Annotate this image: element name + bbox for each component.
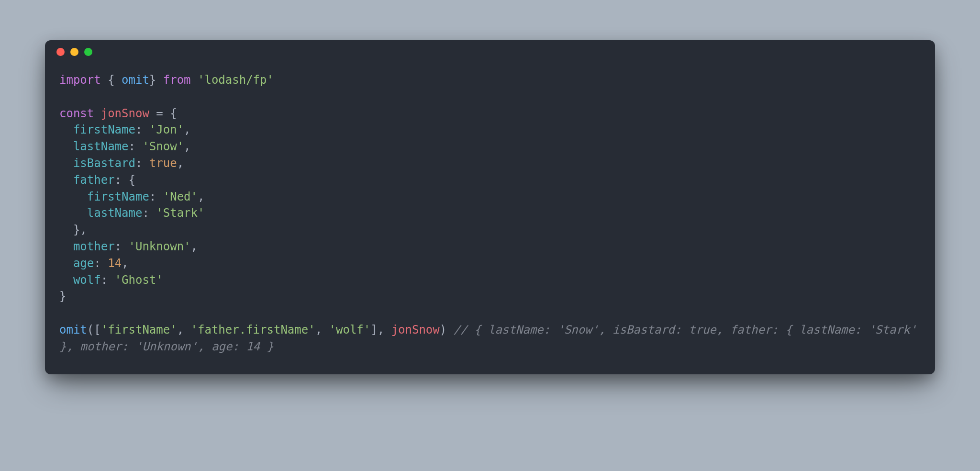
indent [59, 123, 73, 136]
keyword-import: import [59, 73, 101, 87]
close-icon[interactable] [56, 48, 65, 56]
number-14: 14 [108, 257, 122, 270]
code-block: import { omit} from 'lodash/fp' const jo… [45, 63, 935, 360]
prop-mother: mother [73, 240, 115, 253]
prop-isbastard: isBastard [73, 157, 135, 170]
indent [59, 173, 73, 187]
call-omit: omit [59, 323, 87, 336]
brace-close: } [59, 290, 66, 303]
prop-firstname: firstName [73, 123, 135, 136]
brace-close: } [149, 73, 163, 87]
string-unknown: 'Unknown' [129, 240, 191, 253]
string-snow: 'Snow' [142, 140, 184, 153]
brace-open: { [101, 73, 122, 87]
assign-brace: = { [149, 107, 177, 120]
bool-true: true [149, 157, 177, 170]
prop-father-lastname: lastName [87, 206, 143, 220]
keyword-from: from [163, 73, 198, 87]
indent [59, 273, 73, 287]
prop-father-firstname: firstName [87, 190, 149, 203]
string-ned: 'Ned' [163, 190, 198, 203]
prop-father: father [73, 173, 115, 187]
indent [59, 157, 73, 170]
string-ghost: 'Ghost' [115, 273, 163, 287]
prop-age: age [73, 257, 94, 270]
indent [59, 190, 87, 203]
minimize-icon[interactable] [70, 48, 78, 56]
arg3: 'wolf' [329, 323, 371, 336]
window-titlebar [45, 40, 935, 63]
arg1: 'firstName' [101, 323, 177, 336]
arg-jonsnow: jonSnow [391, 323, 440, 336]
string-module: 'lodash/fp' [198, 73, 274, 87]
identifier-jonsnow: jonSnow [101, 107, 149, 120]
zoom-icon[interactable] [84, 48, 92, 56]
prop-wolf: wolf [73, 273, 101, 287]
indent [59, 140, 73, 153]
prop-lastname: lastName [73, 140, 129, 153]
keyword-const: const [59, 107, 101, 120]
editor-window: import { omit} from 'lodash/fp' const jo… [45, 40, 935, 374]
indent [59, 257, 73, 270]
stage: import { omit} from 'lodash/fp' const jo… [0, 0, 980, 471]
brace-close: }, [73, 223, 87, 236]
identifier-omit: omit [122, 73, 149, 87]
indent [59, 223, 73, 236]
arg2: 'father.firstName' [191, 323, 315, 336]
string-stark: 'Stark' [156, 206, 204, 220]
indent [59, 240, 73, 253]
string-jon: 'Jon' [149, 123, 184, 136]
indent [59, 206, 87, 220]
